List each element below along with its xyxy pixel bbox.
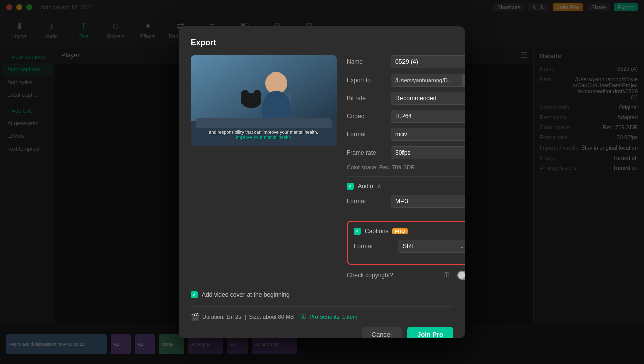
copyright-label: Check copyright? <box>347 272 440 279</box>
modal-title: Export <box>191 38 453 47</box>
audio-format-select-wrapper: MP3 AAC WAV <box>391 195 465 208</box>
name-label: Name <box>347 58 387 65</box>
modal-overlay: Export <box>0 0 644 364</box>
captions-checkbox-row: Captions PRO … <box>354 228 465 235</box>
pro-badge: PRO <box>392 228 408 234</box>
footer-separator: | <box>245 314 246 320</box>
footer-size: Size: about 80 MB <box>249 314 294 320</box>
add-cover-label: Add video cover at the beginning <box>202 291 290 298</box>
format-label: Format <box>347 131 387 138</box>
export-to-label: Export to <box>347 77 387 84</box>
divider-2 <box>347 214 465 214</box>
captions-format-label: Format <box>354 243 394 250</box>
audio-format-label: Format <box>347 198 387 205</box>
footer-duration: Duration: 1m 2s <box>202 314 242 320</box>
svg-rect-8 <box>196 118 332 128</box>
join-pro-modal-button[interactable]: Join Pro <box>407 327 453 338</box>
settings-panel: Name Export to /Users/yanhuarong/D... ⊞ … <box>347 55 465 285</box>
modal-body: and responsibility that can improve your… <box>191 55 453 285</box>
captions-format-select-wrapper: SRT VTT TXT <box>398 240 465 253</box>
captions-format-row: Format SRT VTT TXT <box>354 240 465 253</box>
name-input[interactable] <box>391 55 465 68</box>
name-row: Name <box>347 55 465 68</box>
video-icon: 🎬 <box>191 313 199 321</box>
format-select-wrapper: mov mp4 avi <box>391 128 465 141</box>
footer-pro-benefits: Pro benefits: 1 item <box>309 314 357 320</box>
export-path-text: /Users/yanhuarong/D... <box>391 75 462 86</box>
bitrate-row: Bit rate Recommended Low Medium High <box>347 92 465 105</box>
codec-row: Codec H.264 H.265 ProRes <box>347 110 465 123</box>
export-modal: Export <box>179 26 465 338</box>
add-cover-checkbox[interactable] <box>191 291 198 298</box>
audio-format-select[interactable]: MP3 AAC WAV <box>391 195 465 208</box>
captions-info-icon: … <box>414 228 419 234</box>
framerate-select-wrapper: 24fps 25fps 30fps 60fps <box>391 146 465 159</box>
cancel-button[interactable]: Cancel <box>362 327 402 338</box>
divider-1 <box>347 176 465 177</box>
export-path-button[interactable]: ⊞ <box>462 74 465 86</box>
codec-select-wrapper: H.264 H.265 ProRes <box>391 110 465 123</box>
captions-section: Captions PRO … Format SRT VTT TXT <box>347 221 465 265</box>
audio-arrow-icon: ∧ <box>377 183 381 189</box>
framerate-row: Frame rate 24fps 25fps 30fps 60fps <box>347 146 465 159</box>
add-cover-row: Add video cover at the beginning <box>191 291 453 298</box>
export-path-row: /Users/yanhuarong/D... ⊞ <box>391 74 465 87</box>
codec-select[interactable]: H.264 H.265 ProRes <box>391 110 465 123</box>
bitrate-label: Bit rate <box>347 95 387 102</box>
svg-point-6 <box>253 90 261 100</box>
footer-info: 🎬 Duration: 1m 2s | Size: about 80 MB ⓘ … <box>191 313 453 321</box>
bitrate-select-wrapper: Recommended Low Medium High <box>391 92 465 105</box>
export-to-row: Export to /Users/yanhuarong/D... ⊞ <box>347 74 465 87</box>
audio-checkbox-row: Audio ∧ <box>347 183 465 190</box>
bitrate-select[interactable]: Recommended Low Medium High <box>391 92 465 105</box>
codec-label: Codec <box>347 113 387 120</box>
copyright-toggle[interactable] <box>457 271 465 280</box>
captions-label: Captions <box>365 228 388 235</box>
captions-format-select[interactable]: SRT VTT TXT <box>398 240 465 253</box>
footer-actions: Cancel Join Pro <box>191 327 453 338</box>
modal-footer: 🎬 Duration: 1m 2s | Size: about 80 MB ⓘ … <box>191 306 453 338</box>
footer-info-icon: ⓘ <box>301 313 306 320</box>
audio-label: Audio <box>358 183 373 190</box>
format-select[interactable]: mov mp4 avi <box>391 128 465 141</box>
svg-point-5 <box>241 90 249 100</box>
captions-checkbox[interactable] <box>354 228 361 235</box>
audio-format-row: Format MP3 AAC WAV <box>347 195 465 208</box>
color-space-text: Color space: Rec. 709 SDR <box>347 164 465 170</box>
framerate-select[interactable]: 24fps 25fps 30fps 60fps <box>391 146 465 159</box>
video-subtitle: and responsibility that can improve your… <box>191 130 337 140</box>
copyright-row: Check copyright? ⓘ <box>347 271 465 280</box>
format-row: Format mov mp4 avi <box>347 128 465 141</box>
framerate-label: Frame rate <box>347 149 387 156</box>
copyright-info-icon: ⓘ <box>444 271 449 279</box>
video-preview: and responsibility that can improve your… <box>191 55 337 146</box>
audio-checkbox[interactable] <box>347 183 354 190</box>
